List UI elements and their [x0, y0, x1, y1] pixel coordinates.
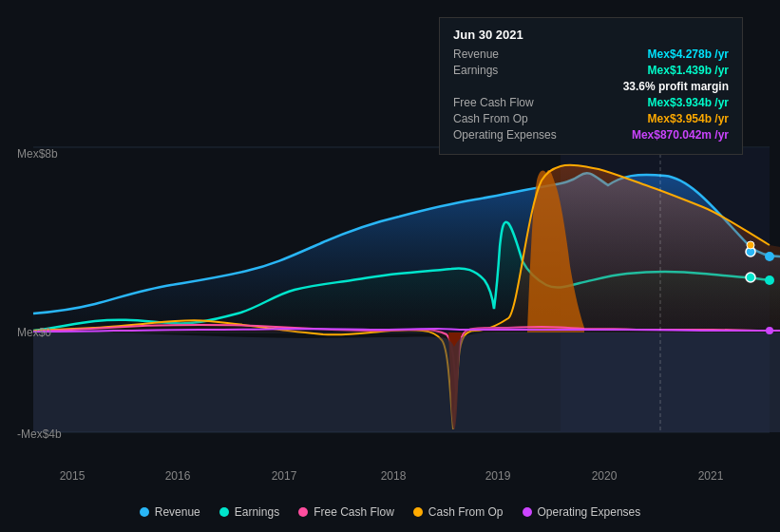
- legend-label-revenue: Revenue: [155, 505, 200, 519]
- tooltip-row-cashop: Cash From Op Mex$3.954b /yr: [453, 112, 729, 125]
- legend-item-opex[interactable]: Operating Expenses: [523, 505, 641, 519]
- chart-container: Mex$8b Mex$0 -Mex$4b 2015 2016 2017 2018…: [0, 0, 780, 532]
- x-label-2021: 2021: [698, 469, 724, 483]
- legend-label-opex: Operating Expenses: [538, 505, 641, 519]
- legend-dot-earnings: [219, 507, 229, 517]
- svg-point-9: [765, 252, 774, 261]
- x-label-2018: 2018: [381, 469, 407, 483]
- legend-dot-revenue: [140, 507, 149, 517]
- legend-item-cashop[interactable]: Cash From Op: [413, 505, 504, 519]
- legend-dot-cashop: [413, 507, 423, 517]
- x-label-2015: 2015: [60, 469, 86, 483]
- legend-item-revenue[interactable]: Revenue: [140, 505, 200, 519]
- tooltip-row-margin: 33.6% profit margin: [453, 80, 729, 93]
- tooltip-value-earnings: Mex$1.439b /yr: [648, 64, 729, 77]
- tooltip-label-fcf: Free Cash Flow: [453, 96, 534, 109]
- tooltip-value-fcf: Mex$3.934b /yr: [648, 96, 729, 109]
- tooltip-date: Jun 30 2021: [453, 28, 729, 42]
- x-label-2017: 2017: [272, 469, 297, 483]
- legend: Revenue Earnings Free Cash Flow Cash Fro…: [0, 505, 780, 519]
- tooltip-value-opex: Mex$870.042m /yr: [632, 128, 729, 142]
- tooltip-row-earnings: Earnings Mex$1.439b /yr: [453, 64, 729, 77]
- x-label-2016: 2016: [165, 469, 191, 483]
- legend-dot-opex: [523, 507, 532, 517]
- svg-point-7: [746, 273, 755, 282]
- legend-label-fcf: Free Cash Flow: [314, 505, 394, 519]
- tooltip-row-fcf: Free Cash Flow Mex$3.934b /yr: [453, 96, 729, 109]
- svg-point-10: [765, 276, 774, 285]
- svg-point-11: [766, 327, 773, 334]
- legend-label-cashop: Cash From Op: [428, 505, 504, 519]
- svg-point-8: [747, 241, 754, 249]
- tooltip: Jun 30 2021 Revenue Mex$4.278b /yr Earni…: [439, 17, 743, 155]
- tooltip-label-cashop: Cash From Op: [453, 112, 528, 125]
- tooltip-row-revenue: Revenue Mex$4.278b /yr: [453, 48, 729, 61]
- tooltip-value-cashop: Mex$3.954b /yr: [648, 112, 729, 125]
- y-label-top: Mex$8b: [17, 147, 58, 161]
- tooltip-row-opex: Operating Expenses Mex$870.042m /yr: [453, 128, 729, 142]
- tooltip-label-revenue: Revenue: [453, 48, 499, 61]
- tooltip-value-revenue: Mex$4.278b /yr: [648, 48, 729, 61]
- legend-item-earnings[interactable]: Earnings: [219, 505, 279, 519]
- y-label-mid: Mex$0: [17, 326, 51, 339]
- tooltip-value-margin: 33.6% profit margin: [623, 80, 729, 93]
- tooltip-label-earnings: Earnings: [453, 64, 498, 77]
- y-label-bot: -Mex$4b: [17, 428, 62, 441]
- tooltip-label-opex: Operating Expenses: [453, 128, 557, 142]
- x-label-2020: 2020: [592, 469, 618, 483]
- x-label-2019: 2019: [485, 469, 511, 483]
- legend-label-earnings: Earnings: [235, 505, 279, 519]
- legend-dot-fcf: [298, 507, 308, 517]
- legend-item-fcf[interactable]: Free Cash Flow: [298, 505, 394, 519]
